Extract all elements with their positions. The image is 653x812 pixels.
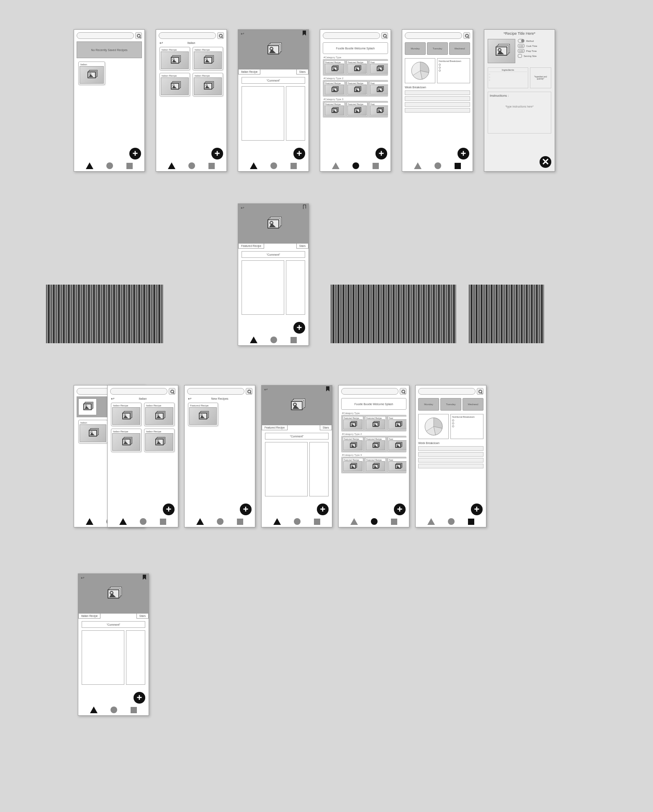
comment-field[interactable]: "Comment" [242, 77, 305, 84]
nav-planner-icon[interactable] [373, 163, 379, 169]
nav-planner-icon[interactable] [468, 519, 474, 525]
nav-discover-icon[interactable] [140, 518, 147, 525]
recipe-card[interactable]: Feat [388, 416, 406, 430]
recipe-card[interactable]: Feat [369, 102, 388, 116]
nav-discover-icon[interactable] [270, 162, 277, 169]
recipe-card[interactable]: Italian Recipe [144, 403, 175, 426]
day-tab-wednesday[interactable]: Wednesd [449, 42, 470, 55]
nav-home-icon[interactable] [414, 162, 422, 169]
category-scroller[interactable]: Featured Recipe Featured Recipe Feat [323, 101, 388, 118]
recipe-card[interactable]: Italian Recipe [111, 403, 141, 426]
recipe-card[interactable]: Featured Recipe [324, 102, 345, 116]
fab-add[interactable]: + [394, 504, 406, 515]
category-card-italian[interactable]: Italian [78, 420, 108, 443]
fab-add[interactable]: + [317, 504, 329, 515]
nav-planner-icon[interactable] [455, 163, 461, 169]
fab-add[interactable]: + [211, 148, 223, 159]
search-button[interactable] [463, 32, 470, 39]
search-input[interactable] [77, 32, 134, 39]
category-scroller[interactable]: Featured Recipe Featured Recipe Feat [341, 415, 406, 432]
back-icon[interactable]: ↩ [241, 206, 244, 210]
recipe-card[interactable]: Italian Recipe [159, 73, 190, 96]
nav-discover-icon[interactable] [352, 162, 359, 169]
bookmark-icon[interactable] [143, 575, 146, 580]
nav-discover-icon[interactable] [106, 162, 113, 169]
recipe-card[interactable]: Feat [388, 458, 406, 472]
nav-discover-icon[interactable] [217, 518, 224, 525]
recipe-card[interactable]: Featured Recipe [342, 458, 363, 472]
recipe-card[interactable]: Featured Recipe [347, 81, 368, 95]
bookmark-icon-outline[interactable] [303, 205, 306, 209]
instructions-input[interactable]: Instructions : *type instructions here* [488, 92, 551, 134]
fab-add[interactable]: + [471, 504, 483, 515]
recipe-card[interactable]: Feat [388, 437, 406, 451]
recipe-card[interactable]: Italian Recipe [111, 429, 141, 452]
search-button[interactable] [135, 32, 142, 39]
recipe-card[interactable]: Featured Recipe [342, 437, 363, 451]
method-toggle[interactable] [518, 39, 524, 43]
category-scroller[interactable]: Featured Recipe Featured Recipe Feat [341, 457, 406, 473]
nav-planner-icon[interactable] [314, 519, 320, 525]
recipe-card[interactable]: Feat [369, 81, 388, 95]
recipe-card[interactable]: Featured Recipe [365, 458, 386, 472]
comment-field[interactable]: "Comment" [82, 621, 145, 628]
nav-discover-icon[interactable] [188, 162, 195, 169]
nav-home-icon[interactable] [196, 518, 204, 525]
category-scroller[interactable]: Featured Recipe Featured Recipe Feat [341, 436, 406, 452]
nav-planner-icon[interactable] [237, 519, 243, 525]
category-scroller[interactable]: Featured Recipe Featured Recipe Feat [323, 80, 388, 97]
back-icon[interactable]: ↩ [111, 396, 114, 401]
nav-discover-icon[interactable] [448, 518, 455, 525]
search-input[interactable] [110, 388, 167, 395]
search-input[interactable] [187, 388, 244, 395]
search-input[interactable] [159, 32, 216, 39]
day-tab-tuesday[interactable]: Tuesday [440, 398, 461, 411]
nav-planner-icon[interactable] [131, 707, 137, 713]
search-button[interactable] [169, 388, 175, 395]
back-icon[interactable]: ↩ [264, 387, 267, 392]
back-icon[interactable]: ↩ [188, 396, 191, 401]
back-icon[interactable]: ↩ [81, 576, 84, 580]
search-input[interactable] [418, 388, 476, 395]
recipe-card[interactable]: Italian Recipe [144, 429, 175, 452]
category-card-italian[interactable]: Italian [78, 62, 105, 85]
fab-add[interactable]: + [293, 322, 305, 334]
comment-field[interactable]: "Comment" [242, 251, 305, 258]
nav-home-icon[interactable] [250, 162, 257, 169]
recipe-title-input[interactable]: *Recipe Title Here* [484, 30, 555, 36]
fab-add[interactable]: + [129, 148, 141, 159]
serving-size-input[interactable] [518, 54, 522, 58]
nav-home-icon[interactable] [250, 337, 257, 343]
category-scroller[interactable]: Featured Recipe Featured Recipe Feat [323, 59, 388, 76]
recipe-card[interactable]: Italian Recipe [193, 47, 223, 70]
recipe-card[interactable]: Italian Recipe [193, 73, 223, 96]
recipe-card[interactable]: Featured Recipe [365, 437, 386, 451]
nav-planner-icon[interactable] [291, 163, 297, 169]
day-tab-monday[interactable]: Monday [405, 42, 426, 55]
fab-add[interactable]: + [375, 148, 387, 159]
recipe-card[interactable]: Featured Recipe [324, 60, 345, 75]
back-icon[interactable]: ↩ [241, 31, 244, 36]
nav-home-icon[interactable] [119, 518, 127, 525]
recipe-card[interactable]: Featured Recipe [347, 60, 368, 75]
nav-home-icon[interactable] [273, 518, 281, 525]
nav-planner-icon[interactable] [391, 519, 397, 525]
fab-add[interactable]: + [458, 148, 469, 159]
nav-discover-icon[interactable] [111, 707, 117, 713]
nav-discover-icon[interactable] [434, 162, 441, 169]
search-button[interactable] [381, 32, 388, 39]
bookmark-icon[interactable] [326, 386, 329, 391]
search-button[interactable] [217, 32, 224, 39]
nav-home-icon[interactable] [168, 162, 175, 169]
nav-planner-icon[interactable] [291, 337, 297, 343]
search-button[interactable] [400, 388, 406, 395]
comment-field[interactable]: "Comment" [265, 433, 329, 439]
nav-home-icon[interactable] [427, 518, 435, 525]
prep-time-input[interactable]: 0:00 [518, 49, 524, 53]
nav-discover-icon[interactable] [371, 518, 378, 525]
cook-time-input[interactable]: 0:00 [518, 44, 524, 48]
fab-add[interactable]: + [240, 504, 252, 515]
recipe-card[interactable]: Featured Recipe [342, 416, 363, 430]
recipe-image-upload[interactable] [488, 39, 515, 63]
search-button[interactable] [477, 388, 483, 395]
